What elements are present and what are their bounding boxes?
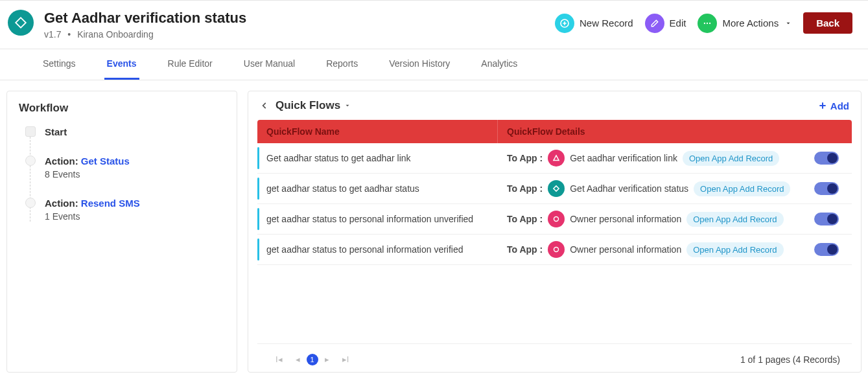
- workflow-item-label: Start: [45, 126, 225, 137]
- pager-prev-icon[interactable]: ◂: [289, 352, 307, 367]
- quickflows-panel: Quick Flows Add QuickFlow Name QuickFlow…: [248, 91, 862, 373]
- row-name: get aadhar status to personal informatio…: [257, 238, 497, 261]
- workflow-item-label: Action: Resend SMS: [45, 198, 225, 209]
- tab-bar: SettingsEventsRule EditorUser ManualRepo…: [0, 49, 868, 80]
- add-button[interactable]: Add: [817, 100, 849, 111]
- svg-point-4: [709, 22, 710, 23]
- row-app-name: Owner personal information: [570, 244, 681, 255]
- row-details: To App :Owner personal informationOpen A…: [497, 204, 852, 234]
- pagination: I◂ ◂ 1 ▸ ▸I 1 of 1 pages (4 Records): [257, 343, 852, 372]
- svg-point-3: [707, 22, 708, 23]
- row-details: To App :Owner personal informationOpen A…: [497, 235, 852, 264]
- open-app-add-record-button[interactable]: Open App Add Record: [686, 212, 783, 227]
- tab-rule-editor[interactable]: Rule Editor: [165, 49, 215, 80]
- header-actions: New Record Edit More Actions Back: [555, 12, 852, 34]
- workflow-item-label: Action: Get Status: [45, 156, 225, 167]
- open-app-add-record-button[interactable]: Open App Add Record: [683, 151, 779, 166]
- workflow-panel: Workflow StartAction: Get Status8 Events…: [6, 91, 237, 373]
- new-record-button[interactable]: New Record: [555, 14, 633, 33]
- edit-icon: [645, 14, 664, 33]
- tab-user-manual[interactable]: User Manual: [241, 49, 298, 80]
- tab-version-history[interactable]: Version History: [386, 49, 452, 80]
- to-app-label: To App :: [507, 244, 543, 255]
- more-icon: [698, 14, 717, 33]
- row-app-name: Get Aadhar verification status: [570, 183, 688, 194]
- table-row[interactable]: get aadhar status to personal informatio…: [257, 235, 852, 265]
- edit-button[interactable]: Edit: [645, 14, 686, 33]
- svg-point-6: [554, 217, 559, 222]
- row-toggle[interactable]: [814, 243, 839, 256]
- row-details: To App :Get Aadhar verification statusOp…: [497, 174, 852, 203]
- row-app-name: Owner personal information: [570, 214, 681, 224]
- quickflows-dropdown-icon[interactable]: [344, 102, 351, 109]
- title-block: Get Aadhar verification status v1.7 • Ki…: [44, 10, 555, 40]
- tab-analytics[interactable]: Analytics: [478, 49, 520, 80]
- more-actions-label: More Actions: [722, 17, 779, 29]
- pager-next-icon[interactable]: ▸: [318, 352, 336, 367]
- pager-first-icon[interactable]: I◂: [269, 352, 289, 367]
- row-name: Get aadhar status to get aadhar link: [257, 146, 497, 170]
- add-label: Add: [830, 100, 849, 111]
- quickflows-title: Quick Flows: [276, 99, 340, 112]
- svg-rect-5: [554, 186, 559, 191]
- workflow-item[interactable]: Start: [25, 126, 225, 137]
- pager-current-page[interactable]: 1: [307, 354, 318, 365]
- chevron-down-icon: [785, 20, 792, 27]
- open-app-add-record-button[interactable]: Open App Add Record: [686, 242, 783, 257]
- column-name: QuickFlow Name: [257, 120, 497, 143]
- page-header: Get Aadhar verification status v1.7 • Ki…: [0, 1, 868, 49]
- row-details: To App :Get aadhar verification linkOpen…: [497, 143, 852, 173]
- workflow-item-sub: 1 Events: [45, 211, 225, 222]
- workflow-item-sub: 8 Events: [45, 169, 225, 179]
- to-app-label: To App :: [507, 214, 543, 224]
- to-app-label: To App :: [507, 183, 543, 194]
- tab-events[interactable]: Events: [104, 49, 139, 80]
- triangle-icon: [548, 150, 565, 167]
- svg-rect-0: [16, 17, 26, 28]
- open-app-add-record-button[interactable]: Open App Add Record: [694, 181, 790, 196]
- row-app-name: Get aadhar verification link: [570, 153, 677, 163]
- edit-label: Edit: [670, 17, 686, 29]
- row-name: get aadhar status to personal informatio…: [257, 207, 497, 231]
- svg-point-7: [554, 248, 559, 252]
- more-actions-button[interactable]: More Actions: [698, 14, 792, 33]
- pager-last-icon[interactable]: ▸I: [336, 352, 356, 367]
- table-header: QuickFlow Name QuickFlow Details: [257, 120, 852, 143]
- back-button[interactable]: Back: [803, 12, 852, 34]
- pager-info: 1 of 1 pages (4 Records): [740, 354, 840, 365]
- workflow-node-icon: [25, 198, 36, 208]
- row-toggle[interactable]: [814, 213, 839, 225]
- tab-settings[interactable]: Settings: [40, 49, 78, 80]
- page-subtitle: v1.7 • Kirana Onboarding: [44, 29, 555, 40]
- diamond-icon: [548, 180, 565, 197]
- tab-reports[interactable]: Reports: [323, 49, 360, 80]
- quickflows-table: QuickFlow Name QuickFlow Details Get aad…: [257, 120, 852, 343]
- back-chevron-icon[interactable]: [260, 101, 269, 110]
- to-app-label: To App :: [507, 153, 543, 163]
- app-icon: [8, 10, 34, 36]
- table-row[interactable]: Get aadhar status to get aadhar linkTo A…: [257, 143, 852, 174]
- workflow-title: Workflow: [19, 102, 225, 115]
- circle-icon: [548, 241, 565, 258]
- workflow-node-icon: [25, 156, 36, 166]
- workflow-start-node-icon: [25, 126, 36, 137]
- separator-dot: •: [67, 29, 71, 40]
- table-row[interactable]: get aadhar status to personal informatio…: [257, 204, 852, 235]
- row-name: get aadhar status to get aadhar status: [257, 177, 497, 200]
- svg-point-2: [704, 22, 705, 23]
- row-toggle[interactable]: [814, 182, 839, 195]
- page-title: Get Aadhar verification status: [44, 10, 555, 27]
- table-row[interactable]: get aadhar status to get aadhar statusTo…: [257, 174, 852, 204]
- workflow-item[interactable]: Action: Resend SMS1 Events: [25, 198, 225, 222]
- workflow-item[interactable]: Action: Get Status8 Events: [25, 156, 225, 179]
- column-details: QuickFlow Details: [497, 120, 852, 143]
- plus-icon: [555, 14, 574, 33]
- new-record-label: New Record: [580, 17, 633, 29]
- workflow-list: StartAction: Get Status8 EventsAction: R…: [19, 126, 225, 222]
- circle-icon: [548, 211, 565, 227]
- row-toggle[interactable]: [814, 152, 839, 165]
- context-text: Kirana Onboarding: [77, 29, 154, 40]
- version-text: v1.7: [44, 29, 61, 40]
